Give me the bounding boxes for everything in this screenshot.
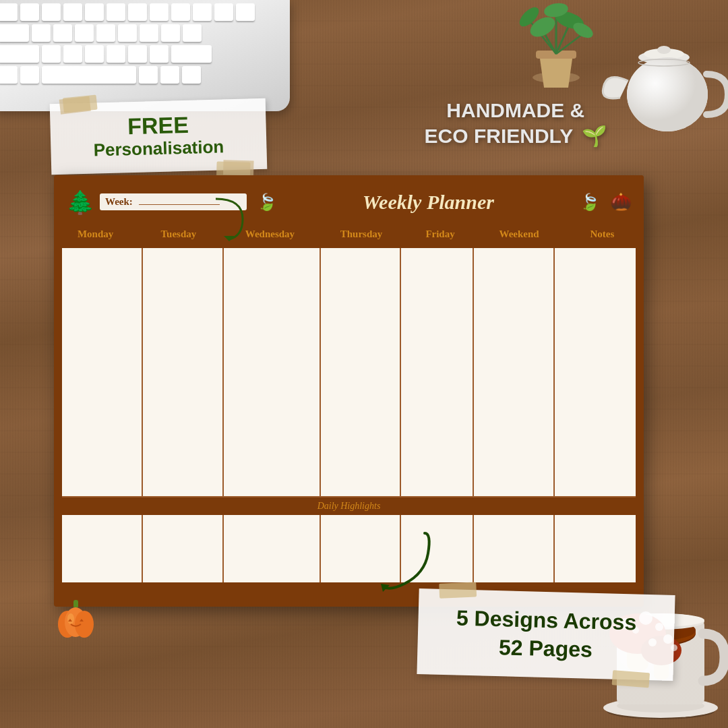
free-personalisation-badge: FREE Personalisation xyxy=(50,98,268,175)
planner-title-text: Weekly Planner xyxy=(363,191,494,213)
key xyxy=(128,45,147,63)
teapot-decoration xyxy=(593,20,728,155)
key xyxy=(139,66,158,84)
daily-highlights-label: Daily Highlights xyxy=(317,501,381,511)
key xyxy=(42,3,61,21)
key xyxy=(53,24,72,42)
key xyxy=(42,45,61,63)
svg-point-34 xyxy=(67,613,74,624)
leaf-left-icon: 🍃 xyxy=(257,193,277,212)
key xyxy=(0,66,18,84)
pumpkin-svg xyxy=(54,599,98,642)
designs-badge-line1: 5 Designs Across xyxy=(438,604,655,638)
decorative-arrow-down xyxy=(209,195,249,245)
key xyxy=(150,45,169,63)
highlight-tuesday xyxy=(143,515,224,582)
svg-point-33 xyxy=(75,611,94,638)
acorn-icon: 🌰 xyxy=(610,191,632,212)
leaf-right-icon: 🍃 xyxy=(580,193,600,212)
key xyxy=(107,3,125,21)
main-grid-wrapper: Daily Highlights xyxy=(61,247,637,584)
key xyxy=(63,3,82,21)
col-notes: Notes xyxy=(561,226,644,243)
key xyxy=(0,24,29,42)
col-monday: Monday xyxy=(54,226,137,243)
key xyxy=(140,24,158,42)
col-weekend: Weekend xyxy=(478,226,561,243)
key xyxy=(171,3,190,21)
teapot-svg xyxy=(593,20,728,155)
tuesday-cell xyxy=(143,248,224,497)
col-friday: Friday xyxy=(403,226,478,243)
keyboard-decoration xyxy=(0,0,290,111)
key xyxy=(183,24,202,42)
spacebar-key xyxy=(42,66,136,84)
curly-arrow-icon xyxy=(377,526,431,597)
highlights-cells xyxy=(62,515,636,582)
svg-rect-30 xyxy=(73,600,78,608)
key xyxy=(0,3,18,21)
key xyxy=(118,24,137,42)
key xyxy=(107,45,125,63)
monday-cell xyxy=(62,248,143,497)
handmade-line1: HANDMADE & xyxy=(425,98,607,123)
week-field-label: Week: xyxy=(105,196,133,207)
designs-badge: 5 Designs Across 52 Pages xyxy=(417,588,675,681)
key xyxy=(85,45,104,63)
designs-badge-line2: 52 Pages xyxy=(437,632,654,665)
daily-highlights-bar: Daily Highlights xyxy=(62,497,636,515)
column-headers: Monday Tuesday Wednesday Thursday Friday… xyxy=(54,226,644,247)
key xyxy=(96,24,115,42)
notes-cell xyxy=(555,248,636,497)
key xyxy=(32,24,51,42)
col-thursday: Thursday xyxy=(320,226,402,243)
pumpkin-decoration xyxy=(54,599,98,650)
key xyxy=(182,66,201,84)
svg-point-17 xyxy=(627,57,708,131)
wednesday-cell xyxy=(224,248,321,497)
key xyxy=(150,3,169,21)
handmade-eco-badge: HANDMADE & ECO FRIENDLY 🌱 xyxy=(425,98,607,148)
highlight-monday xyxy=(62,515,143,582)
highlight-wednesday xyxy=(224,515,321,582)
pinecone-icon: 🌲 xyxy=(66,189,94,216)
key xyxy=(75,24,94,42)
key xyxy=(171,45,212,63)
friday-cell xyxy=(401,248,474,497)
thursday-cell xyxy=(321,248,402,497)
key xyxy=(63,45,82,63)
key xyxy=(128,3,147,21)
svg-point-15 xyxy=(657,46,671,54)
highlight-weekend xyxy=(474,515,555,582)
handmade-line2: ECO FRIENDLY 🌱 xyxy=(425,123,607,149)
key xyxy=(236,3,255,21)
weekend-cell xyxy=(474,248,555,497)
key xyxy=(214,3,233,21)
plant-decoration xyxy=(509,0,603,94)
key xyxy=(193,3,212,21)
key xyxy=(161,24,180,42)
weekly-planner: 🌲 Week: 🍃 Weekly Planner 🍃 🌰 Monday Tues… xyxy=(54,175,644,607)
key xyxy=(0,45,39,63)
key xyxy=(20,66,39,84)
planner-title: Weekly Planner xyxy=(277,191,580,214)
free-label-line2: Personalisation xyxy=(67,136,250,162)
highlight-notes xyxy=(555,515,636,582)
key xyxy=(85,3,104,21)
main-cells xyxy=(62,248,636,497)
col-tuesday: Tuesday xyxy=(137,226,220,243)
key xyxy=(20,3,39,21)
plant-svg xyxy=(509,0,603,94)
key xyxy=(160,66,179,84)
svg-marker-1 xyxy=(539,54,573,88)
planner-header: 🌲 Week: 🍃 Weekly Planner 🍃 🌰 xyxy=(54,175,644,226)
